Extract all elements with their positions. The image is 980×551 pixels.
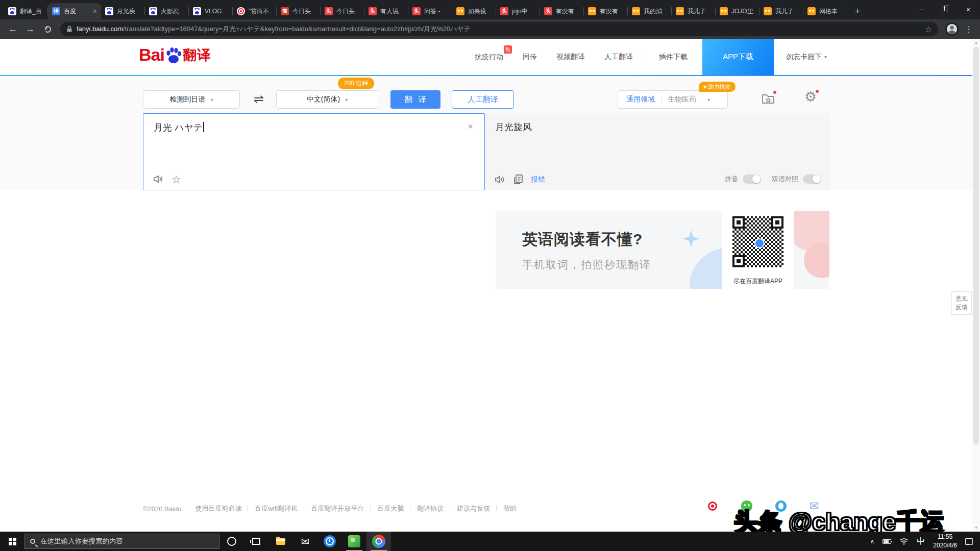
wifi-icon[interactable] [899, 538, 909, 545]
toutiao-icon: 头 [500, 7, 508, 15]
browser-tab[interactable]: 月光疾 [101, 3, 145, 19]
badge-label: 助力抗疫 [708, 83, 731, 91]
reload-button[interactable] [40, 21, 55, 37]
window-minimize-button[interactable]: − [910, 0, 933, 19]
browser-tab[interactable]: 火影忍 [145, 3, 189, 19]
weibo-icon[interactable] [707, 500, 718, 512]
toutiao-watermark: 头条 @change千运 [734, 506, 944, 532]
tray-expand-icon[interactable]: ∧ [870, 538, 874, 545]
scroll-up-icon[interactable]: ▲ [972, 40, 980, 45]
baidu-fanyi-logo[interactable]: Bai 翻译 [139, 46, 211, 63]
browser-tab[interactable]: JOJO里 [716, 3, 760, 19]
footer-link-baidu-brain[interactable]: 百度大脑 [371, 504, 410, 513]
footer-link-help[interactable]: 帮助 [497, 504, 523, 513]
url-text: fanyi.baidu.com/translate?aldtype=16047&… [77, 24, 921, 34]
browser-tab[interactable]: 网格本 [803, 3, 847, 19]
window-close-button[interactable]: × [957, 0, 980, 19]
report-error-link[interactable]: 报错 [531, 175, 545, 184]
profile-avatar[interactable] [945, 22, 959, 36]
scroll-down-icon[interactable]: ▼ [972, 525, 980, 530]
qr-code [731, 215, 785, 269]
favorites-folder-button[interactable] [762, 92, 775, 107]
browser-tab[interactable]: 如果疫 [452, 3, 496, 19]
browser-tab[interactable]: 我儿子 [672, 3, 716, 19]
browser-tab[interactable]: 简 今日头 [277, 3, 321, 19]
browser-tab[interactable]: "贫而不 [233, 3, 277, 19]
browser-tab[interactable]: VLOG [189, 3, 233, 19]
chrome-app-button[interactable] [366, 532, 391, 551]
mail-app-button[interactable]: ✉ [293, 532, 317, 551]
human-translate-button[interactable]: 人工翻译 [452, 90, 514, 109]
taskbar-search[interactable]: 在这里输入你要搜索的内容 [24, 534, 219, 549]
speaker-icon[interactable] [494, 174, 505, 185]
cortana-button[interactable] [219, 532, 244, 551]
browser-tab-active[interactable]: 译 百度 × [48, 3, 101, 19]
file-explorer-button[interactable] [268, 532, 293, 551]
bilingual-toggle[interactable] [803, 174, 821, 184]
taskbar-clock[interactable]: 11:55 2020/4/6 [933, 533, 957, 550]
address-bar[interactable]: fanyi.baidu.com/translate?aldtype=16047&… [60, 22, 938, 36]
nav-item-plugin-download[interactable]: 插件下载 [659, 53, 688, 62]
tab-title: 翻译_百 [20, 7, 44, 16]
bookmark-star-icon[interactable]: ☆ [925, 24, 932, 34]
window-restore-button[interactable] [933, 0, 957, 19]
nav-item-anti-epidemic[interactable]: 抗疫行动热 [475, 53, 503, 62]
clear-input-button[interactable]: × [468, 121, 473, 132]
browser-tab[interactable]: 我儿子 [760, 3, 803, 19]
browser-tab[interactable]: 头 今日头 [321, 3, 364, 19]
back-button[interactable]: ← [5, 21, 20, 37]
browser-menu-button[interactable]: ⋮ [963, 24, 975, 34]
feedback-tab[interactable]: 意见反馈 [951, 291, 972, 315]
target-language-select[interactable]: 中文(简体) ▾ [276, 90, 378, 109]
nav-item-video-translate[interactable]: 视频翻译 [556, 53, 585, 62]
nav-item-simul-interpret[interactable]: 同传 [523, 53, 537, 62]
tab-title: 火影忍 [161, 7, 185, 16]
page-scrollbar[interactable]: ▲ ▼ [972, 39, 980, 532]
domain-select[interactable]: 通用领域 生物医药 ▾ [618, 90, 728, 109]
browser-tab[interactable]: 头 jojo中 [496, 3, 540, 19]
baidu-paw-icon [8, 7, 16, 15]
user-menu[interactable]: 勿忘卡殿下 ▾ [786, 53, 827, 62]
pinyin-toggle[interactable] [743, 174, 761, 184]
task-view-button[interactable] [244, 532, 268, 551]
green-app-button[interactable] [342, 532, 366, 551]
browser-tab[interactable]: 有没有 [584, 3, 628, 19]
anti-epidemic-badge: ♥ 助力抗疫 [699, 82, 736, 92]
new-tab-button[interactable]: + [850, 4, 865, 18]
footer-link-open-platform[interactable]: 百度翻译开放平台 [304, 504, 371, 513]
footer-link-must-read[interactable]: 使用百度前必读 [188, 504, 248, 513]
copy-icon[interactable] [513, 174, 523, 185]
translate-button[interactable]: 翻译 [390, 90, 440, 109]
browser-tab[interactable]: 头 有人说 [364, 3, 408, 19]
nav-item-human-translate[interactable]: 人工翻译 [604, 53, 633, 62]
settings-button[interactable]: ⚙ [804, 89, 817, 105]
speaker-icon[interactable] [153, 173, 164, 185]
browser-tab[interactable]: 翻译_百 [4, 3, 48, 19]
qr-center-logo [754, 238, 765, 248]
browser-tab[interactable]: 我的消 [628, 3, 672, 19]
result-toggles: 拼音 双语对照 [725, 174, 821, 184]
tab-close-icon[interactable]: × [93, 8, 97, 15]
scrollbar-thumb[interactable] [973, 47, 979, 445]
forward-button[interactable]: → [22, 21, 38, 37]
source-text-panel[interactable]: 月光 ハヤテ × ☆ [143, 113, 485, 190]
start-button[interactable] [0, 532, 24, 551]
swap-languages-button[interactable]: ⇌ [254, 92, 264, 106]
footer-link-agreement[interactable]: 翻译协议 [410, 504, 450, 513]
footer-link-wifi-translator[interactable]: 百度wifi翻译机 [248, 504, 304, 513]
clock-app-button[interactable] [317, 532, 342, 551]
browser-tab[interactable]: 头 问答 - [408, 3, 452, 19]
action-center-icon[interactable] [965, 538, 973, 545]
source-text[interactable]: 月光 ハヤテ [154, 121, 204, 134]
battery-icon[interactable] [883, 539, 891, 544]
app-download-button[interactable]: APP下载 [702, 39, 774, 75]
clock-time: 11:55 [933, 533, 957, 541]
source-language-select[interactable]: 检测到日语 ▾ [143, 90, 240, 109]
ime-indicator[interactable]: 中 [917, 536, 925, 547]
browser-tab[interactable]: 头 有没有 [540, 3, 584, 19]
favorite-star-icon[interactable]: ☆ [172, 174, 181, 185]
logo-text-fanyi: 翻译 [183, 48, 211, 63]
footer-link-suggestions[interactable]: 建议与反馈 [450, 504, 497, 513]
tab-title: 今日头 [292, 7, 316, 16]
app-promo-banner[interactable]: 英语阅读看不懂? 手机取词，拍照秒现翻译 尽在百度翻译APP [496, 211, 829, 289]
